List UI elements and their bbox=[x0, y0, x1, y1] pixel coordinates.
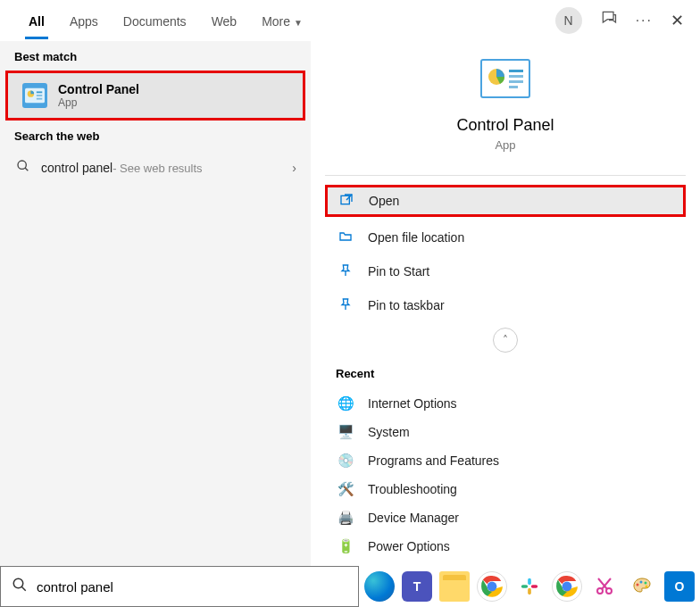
search-icon bbox=[12, 577, 28, 597]
svg-rect-3 bbox=[37, 95, 42, 96]
action-label: Pin to taskbar bbox=[368, 298, 445, 312]
preview-title: Control Panel bbox=[456, 116, 554, 135]
search-web-label: Search the web bbox=[0, 121, 311, 150]
taskbar-outlook[interactable]: O bbox=[664, 571, 695, 602]
svg-rect-10 bbox=[509, 80, 523, 83]
tab-documents[interactable]: Documents bbox=[111, 4, 199, 37]
recent-item-label: Power Options bbox=[368, 539, 450, 553]
control-panel-icon-large bbox=[480, 59, 530, 98]
troubleshoot-icon: 🛠️ bbox=[336, 481, 355, 497]
internet-icon: 🌐 bbox=[336, 395, 355, 412]
svg-rect-23 bbox=[528, 588, 531, 595]
web-hint-text: - See web results bbox=[112, 162, 202, 175]
recent-item-troubleshooting[interactable]: 🛠️Troubleshooting bbox=[311, 475, 700, 503]
recent-item-internet-options[interactable]: 🌐Internet Options bbox=[311, 389, 700, 418]
taskbar-snipping-tool[interactable] bbox=[589, 571, 620, 602]
svg-point-5 bbox=[18, 161, 26, 169]
action-pin-to-taskbar[interactable]: Pin to taskbar bbox=[311, 288, 700, 322]
best-match-title: Control Panel bbox=[58, 82, 139, 96]
control-panel-icon bbox=[22, 83, 47, 108]
user-avatar[interactable]: N bbox=[555, 7, 582, 34]
recent-item-label: Programs and Features bbox=[368, 453, 499, 468]
action-label: Pin to Start bbox=[368, 264, 429, 279]
folder-icon bbox=[336, 229, 355, 246]
tab-web[interactable]: Web bbox=[199, 4, 250, 37]
taskbar-slack[interactable] bbox=[514, 571, 545, 602]
taskbar-chrome[interactable] bbox=[477, 571, 507, 602]
taskbar-paint[interactable] bbox=[627, 571, 657, 602]
more-options-icon[interactable]: ··· bbox=[636, 12, 653, 29]
chevron-right-icon: › bbox=[292, 161, 296, 175]
collapse-toggle[interactable]: ˄ bbox=[493, 328, 518, 353]
tab-all[interactable]: All bbox=[16, 4, 57, 37]
recent-item-programs[interactable]: 💿Programs and Features bbox=[311, 446, 700, 475]
power-icon: 🔋 bbox=[336, 538, 355, 554]
search-box[interactable] bbox=[0, 566, 359, 607]
taskbar-edge[interactable] bbox=[364, 571, 395, 602]
recent-item-system[interactable]: 🖥️System bbox=[311, 418, 700, 446]
svg-point-17 bbox=[372, 579, 388, 595]
open-icon bbox=[337, 193, 356, 210]
action-pin-to-start[interactable]: Pin to Start bbox=[311, 254, 700, 288]
pin-icon bbox=[336, 263, 355, 280]
taskbar: T O bbox=[357, 566, 700, 607]
svg-rect-4 bbox=[37, 98, 42, 100]
recent-label: Recent bbox=[311, 362, 700, 389]
best-match-result[interactable]: Control Panel App bbox=[5, 71, 305, 121]
taskbar-chrome-2[interactable] bbox=[552, 571, 582, 602]
chevron-up-icon: ˄ bbox=[503, 334, 508, 346]
svg-point-31 bbox=[645, 582, 647, 585]
svg-rect-2 bbox=[37, 91, 42, 93]
svg-point-32 bbox=[646, 586, 648, 588]
tab-apps[interactable]: Apps bbox=[57, 4, 111, 37]
web-query-text: control panel bbox=[41, 161, 112, 175]
action-open-file-location[interactable]: Open file location bbox=[311, 220, 700, 254]
best-match-label: Best match bbox=[0, 41, 311, 71]
preview-pane: Control Panel App Open Open file locatio… bbox=[311, 41, 700, 566]
recent-item-label: Troubleshooting bbox=[368, 482, 457, 496]
feedback-icon[interactable] bbox=[600, 9, 618, 31]
action-label: Open bbox=[369, 194, 399, 208]
action-open[interactable]: Open bbox=[325, 185, 686, 217]
svg-rect-8 bbox=[509, 70, 523, 72]
best-match-subtitle: App bbox=[58, 96, 139, 109]
results-pane: Best match Control Panel App Search the … bbox=[0, 41, 311, 566]
taskbar-file-explorer[interactable] bbox=[439, 571, 470, 602]
preview-subtitle: App bbox=[495, 138, 515, 152]
tab-more[interactable]: More▼ bbox=[249, 4, 315, 37]
svg-point-29 bbox=[637, 584, 639, 586]
svg-point-30 bbox=[640, 581, 643, 584]
svg-rect-21 bbox=[528, 578, 531, 585]
recent-item-label: Internet Options bbox=[368, 396, 457, 411]
svg-rect-9 bbox=[509, 75, 523, 78]
taskbar-teams[interactable]: T bbox=[402, 571, 432, 602]
svg-rect-11 bbox=[509, 86, 518, 88]
svg-rect-22 bbox=[521, 585, 528, 588]
svg-point-15 bbox=[13, 578, 23, 588]
svg-line-6 bbox=[25, 168, 28, 170]
search-icon bbox=[14, 159, 32, 177]
recent-item-label: Device Manager bbox=[368, 511, 459, 525]
system-icon: 🖥️ bbox=[336, 424, 355, 440]
chevron-down-icon: ▼ bbox=[294, 18, 303, 28]
svg-line-16 bbox=[21, 586, 26, 591]
recent-item-power-options[interactable]: 🔋Power Options bbox=[311, 532, 700, 561]
svg-point-26 bbox=[562, 582, 572, 592]
action-label: Open file location bbox=[368, 230, 464, 245]
search-scope-tabs: All Apps Documents Web More▼ N ··· ✕ bbox=[0, 0, 700, 41]
recent-item-label: System bbox=[368, 425, 410, 439]
search-web-result[interactable]: control panel - See web results › bbox=[0, 150, 311, 186]
search-input[interactable] bbox=[37, 579, 347, 595]
pin-icon bbox=[336, 297, 355, 314]
device-icon: 🖨️ bbox=[336, 510, 355, 526]
svg-rect-24 bbox=[531, 585, 538, 588]
close-icon[interactable]: ✕ bbox=[671, 11, 684, 30]
svg-rect-12 bbox=[341, 195, 349, 204]
recent-item-device-manager[interactable]: 🖨️Device Manager bbox=[311, 503, 700, 532]
programs-icon: 💿 bbox=[336, 453, 355, 469]
